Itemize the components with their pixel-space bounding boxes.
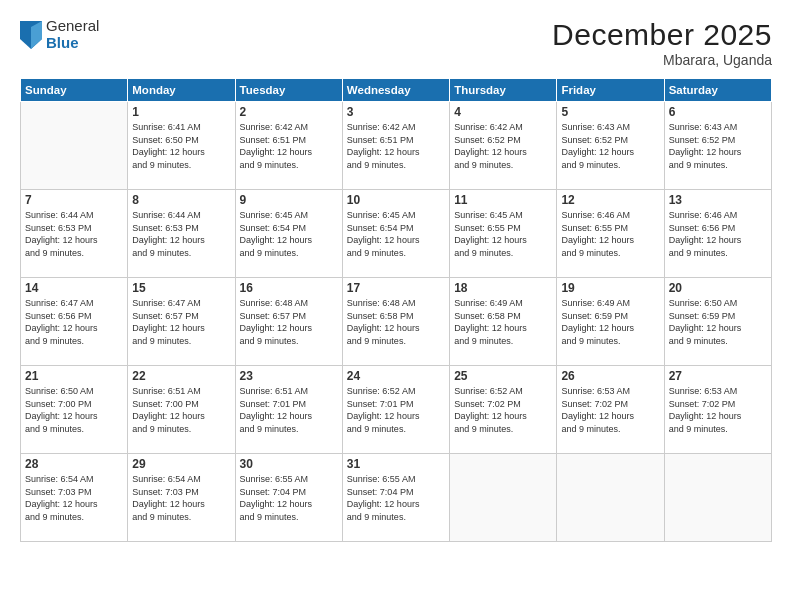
col-friday: Friday [557,79,664,102]
calendar-table: Sunday Monday Tuesday Wednesday Thursday… [20,78,772,542]
day-info: Sunrise: 6:51 AMSunset: 7:01 PMDaylight:… [240,385,338,435]
sunset-time: Sunset: 7:01 PM [240,399,307,409]
table-row: 8Sunrise: 6:44 AMSunset: 6:53 PMDaylight… [128,190,235,278]
sunset-time: Sunset: 7:01 PM [347,399,414,409]
daylight-minutes: and 9 minutes. [669,336,728,346]
daylight-minutes: and 9 minutes. [561,160,620,170]
day-info: Sunrise: 6:42 AMSunset: 6:51 PMDaylight:… [347,121,445,171]
table-row [21,102,128,190]
daylight-minutes: and 9 minutes. [561,424,620,434]
day-number: 5 [561,105,659,119]
day-info: Sunrise: 6:55 AMSunset: 7:04 PMDaylight:… [347,473,445,523]
table-row: 1Sunrise: 6:41 AMSunset: 6:50 PMDaylight… [128,102,235,190]
daylight-hours: Daylight: 12 hours [240,323,313,333]
daylight-minutes: and 9 minutes. [454,248,513,258]
sunrise-time: Sunrise: 6:50 AM [25,386,94,396]
daylight-minutes: and 9 minutes. [240,512,299,522]
table-row: 30Sunrise: 6:55 AMSunset: 7:04 PMDayligh… [235,454,342,542]
sunrise-time: Sunrise: 6:48 AM [347,298,416,308]
sunset-time: Sunset: 6:59 PM [669,311,736,321]
logo-general-text: General [46,18,99,35]
logo-icon [20,21,42,49]
table-row: 27Sunrise: 6:53 AMSunset: 7:02 PMDayligh… [664,366,771,454]
sunrise-time: Sunrise: 6:50 AM [669,298,738,308]
day-info: Sunrise: 6:47 AMSunset: 6:56 PMDaylight:… [25,297,123,347]
calendar-week-4: 28Sunrise: 6:54 AMSunset: 7:03 PMDayligh… [21,454,772,542]
day-info: Sunrise: 6:53 AMSunset: 7:02 PMDaylight:… [669,385,767,435]
daylight-minutes: and 9 minutes. [25,248,84,258]
sunrise-time: Sunrise: 6:46 AM [561,210,630,220]
day-info: Sunrise: 6:55 AMSunset: 7:04 PMDaylight:… [240,473,338,523]
table-row: 3Sunrise: 6:42 AMSunset: 6:51 PMDaylight… [342,102,449,190]
daylight-hours: Daylight: 12 hours [669,411,742,421]
daylight-minutes: and 9 minutes. [25,424,84,434]
daylight-minutes: and 9 minutes. [454,336,513,346]
day-number: 22 [132,369,230,383]
day-number: 18 [454,281,552,295]
table-row: 7Sunrise: 6:44 AMSunset: 6:53 PMDaylight… [21,190,128,278]
sunrise-time: Sunrise: 6:45 AM [240,210,309,220]
sunrise-time: Sunrise: 6:55 AM [240,474,309,484]
sunset-time: Sunset: 7:02 PM [669,399,736,409]
day-number: 1 [132,105,230,119]
day-info: Sunrise: 6:47 AMSunset: 6:57 PMDaylight:… [132,297,230,347]
sunset-time: Sunset: 7:02 PM [561,399,628,409]
day-info: Sunrise: 6:44 AMSunset: 6:53 PMDaylight:… [132,209,230,259]
daylight-hours: Daylight: 12 hours [454,147,527,157]
daylight-hours: Daylight: 12 hours [561,411,634,421]
day-info: Sunrise: 6:46 AMSunset: 6:56 PMDaylight:… [669,209,767,259]
daylight-hours: Daylight: 12 hours [25,235,98,245]
sunset-time: Sunset: 6:53 PM [25,223,92,233]
day-number: 16 [240,281,338,295]
daylight-minutes: and 9 minutes. [347,248,406,258]
daylight-hours: Daylight: 12 hours [347,147,420,157]
day-info: Sunrise: 6:44 AMSunset: 6:53 PMDaylight:… [25,209,123,259]
sunrise-time: Sunrise: 6:43 AM [561,122,630,132]
daylight-minutes: and 9 minutes. [132,160,191,170]
sunset-time: Sunset: 6:54 PM [240,223,307,233]
sunset-time: Sunset: 6:57 PM [132,311,199,321]
table-row: 31Sunrise: 6:55 AMSunset: 7:04 PMDayligh… [342,454,449,542]
daylight-minutes: and 9 minutes. [240,160,299,170]
day-number: 26 [561,369,659,383]
table-row: 14Sunrise: 6:47 AMSunset: 6:56 PMDayligh… [21,278,128,366]
daylight-hours: Daylight: 12 hours [561,235,634,245]
sunrise-time: Sunrise: 6:54 AM [25,474,94,484]
subtitle: Mbarara, Uganda [552,52,772,68]
day-number: 30 [240,457,338,471]
sunset-time: Sunset: 6:59 PM [561,311,628,321]
daylight-hours: Daylight: 12 hours [132,323,205,333]
daylight-minutes: and 9 minutes. [561,248,620,258]
col-monday: Monday [128,79,235,102]
day-number: 3 [347,105,445,119]
table-row: 25Sunrise: 6:52 AMSunset: 7:02 PMDayligh… [450,366,557,454]
table-row: 17Sunrise: 6:48 AMSunset: 6:58 PMDayligh… [342,278,449,366]
day-info: Sunrise: 6:46 AMSunset: 6:55 PMDaylight:… [561,209,659,259]
sunset-time: Sunset: 6:51 PM [240,135,307,145]
day-info: Sunrise: 6:43 AMSunset: 6:52 PMDaylight:… [561,121,659,171]
table-row: 9Sunrise: 6:45 AMSunset: 6:54 PMDaylight… [235,190,342,278]
day-number: 24 [347,369,445,383]
day-info: Sunrise: 6:48 AMSunset: 6:57 PMDaylight:… [240,297,338,347]
daylight-minutes: and 9 minutes. [132,424,191,434]
sunset-time: Sunset: 6:52 PM [669,135,736,145]
daylight-minutes: and 9 minutes. [347,512,406,522]
sunset-time: Sunset: 6:52 PM [454,135,521,145]
sunset-time: Sunset: 6:51 PM [347,135,414,145]
month-title: December 2025 [552,18,772,52]
day-number: 15 [132,281,230,295]
table-row: 15Sunrise: 6:47 AMSunset: 6:57 PMDayligh… [128,278,235,366]
daylight-minutes: and 9 minutes. [240,336,299,346]
col-wednesday: Wednesday [342,79,449,102]
sunrise-time: Sunrise: 6:41 AM [132,122,201,132]
sunset-time: Sunset: 7:00 PM [132,399,199,409]
table-row: 23Sunrise: 6:51 AMSunset: 7:01 PMDayligh… [235,366,342,454]
daylight-hours: Daylight: 12 hours [669,235,742,245]
daylight-minutes: and 9 minutes. [347,336,406,346]
day-number: 25 [454,369,552,383]
sunrise-time: Sunrise: 6:42 AM [240,122,309,132]
daylight-hours: Daylight: 12 hours [669,323,742,333]
day-number: 7 [25,193,123,207]
table-row: 10Sunrise: 6:45 AMSunset: 6:54 PMDayligh… [342,190,449,278]
sunrise-time: Sunrise: 6:51 AM [132,386,201,396]
